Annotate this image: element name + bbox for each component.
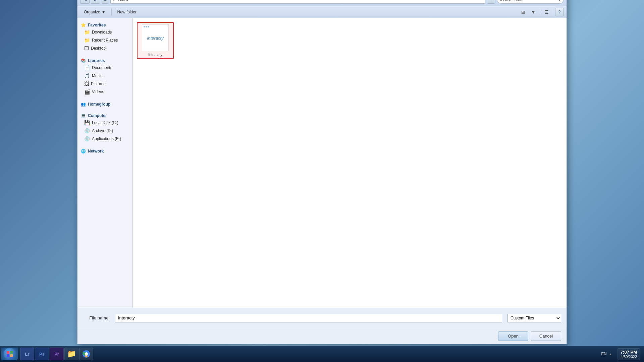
locale-indicator: EN (601, 352, 607, 356)
taskbar-app-folder[interactable]: 📁 (64, 348, 78, 360)
svg-point-6 (85, 353, 88, 355)
sidebar-item-recent-places[interactable]: 📁 Recent Places (77, 36, 132, 44)
organize-arrow: ▼ (102, 9, 106, 14)
forward-button[interactable]: ▶ (91, 0, 100, 3)
toolbar-separator (111, 8, 112, 15)
address-path[interactable]: ▶ Team (110, 0, 485, 3)
computer-section: 💻 Computer 💾 Local Disk (C:) 💿 Archive (… (77, 111, 132, 143)
help-button[interactable]: ? (555, 7, 564, 16)
file-item-interacty[interactable]: interacty Interacty (137, 22, 174, 59)
clock-date: 4/30/2022 (621, 355, 637, 359)
videos-label: Videos (92, 89, 104, 94)
open-dialog: 📂 Open ─ □ ✕ ◀ ▶ ▲ ▶ Team ↻ 🔍 Organize ▼ (77, 0, 567, 344)
homegroup-label: 👥 Homegroup (77, 100, 132, 107)
clock[interactable]: 7:07 PM 4/30/2022 (618, 348, 640, 360)
svg-rect-0 (7, 351, 9, 354)
videos-icon: 🎬 (84, 89, 90, 95)
sidebar-item-applications[interactable]: 💿 Applications (E:) (77, 135, 132, 143)
favorites-section: ⭐ Favorites 📁 Downloads 📁 Recent Places … (77, 21, 132, 52)
sidebar-item-music[interactable]: 🎵 Music (77, 72, 132, 80)
sidebar-item-desktop[interactable]: 🗔 Desktop (77, 44, 132, 52)
start-button[interactable] (1, 348, 18, 360)
music-icon: 🎵 (84, 73, 90, 78)
sidebar: ⭐ Favorites 📁 Downloads 📁 Recent Places … (77, 18, 133, 308)
sidebar-item-local-disk[interactable]: 💾 Local Disk (C:) (77, 119, 132, 127)
search-box[interactable]: 🔍 (497, 0, 564, 3)
search-icon: 🔍 (556, 0, 561, 1)
filetype-select[interactable]: Custom Files All Files (*.*) (507, 313, 561, 322)
sep3 (77, 109, 132, 111)
network-section: 🌐 Network (77, 147, 132, 154)
sidebar-item-videos[interactable]: 🎬 Videos (77, 88, 132, 96)
view-large-button[interactable]: ⊞ (519, 7, 528, 16)
toolbar-sep2 (540, 8, 540, 15)
up-button[interactable]: ▲ (102, 0, 109, 3)
homegroup-section: 👥 Homegroup (77, 100, 132, 107)
documents-icon: 📄 (84, 65, 90, 70)
downloads-label: Downloads (92, 30, 112, 35)
computer-icon: 💻 (81, 113, 86, 118)
start-orb (4, 348, 16, 360)
taskbar-app-ps[interactable]: Ps (35, 348, 49, 360)
pictures-icon: 🖼 (84, 81, 89, 86)
new-folder-label: New folder (117, 9, 137, 14)
dot1 (144, 26, 145, 27)
recent-places-icon: 📁 (84, 38, 90, 43)
dot3 (148, 26, 149, 27)
organize-button[interactable]: Organize ▼ (80, 7, 109, 16)
sep4 (77, 144, 132, 147)
computer-label: 💻 Computer (77, 111, 132, 119)
archive-icon: 💿 (84, 128, 90, 133)
desktop-label: Desktop (91, 46, 106, 51)
homegroup-icon: 👥 (81, 102, 86, 107)
filename-label: File name: (83, 315, 110, 320)
file-name-interacty: Interacty (148, 53, 162, 57)
documents-label: Documents (92, 65, 112, 70)
cancel-button[interactable]: Cancel (531, 331, 561, 341)
libraries-icon: 📚 (81, 58, 86, 63)
taskbar-app-chrome[interactable] (79, 348, 93, 360)
pictures-label: Pictures (91, 81, 105, 86)
sidebar-item-downloads[interactable]: 📁 Downloads (77, 28, 132, 36)
refresh-button[interactable]: ↻ (487, 0, 495, 3)
archive-label: Archive (D:) (92, 128, 113, 133)
libraries-section: 📚 Libraries 📄 Documents 🎵 Music 🖼 Pictur… (77, 56, 132, 96)
main-area: ⭐ Favorites 📁 Downloads 📁 Recent Places … (77, 18, 567, 308)
view-details-button[interactable]: ☰ (542, 7, 551, 16)
address-bar: ◀ ▶ ▲ ▶ Team ↻ 🔍 (77, 0, 567, 6)
music-label: Music (92, 73, 102, 78)
toolbar-sep3 (553, 8, 553, 15)
sep1 (77, 54, 132, 56)
search-input[interactable] (500, 0, 554, 1)
interacty-logo-text: interacty (147, 35, 163, 40)
recent-places-label: Recent Places (92, 38, 118, 43)
sys-tray: EN ▲ (598, 352, 615, 356)
desktop-icon: 🗔 (84, 46, 89, 51)
content-area[interactable]: interacty Interacty (133, 18, 567, 308)
open-button[interactable]: Open (498, 331, 528, 341)
toolbar-right: ⊞ ▼ ☰ ? (519, 7, 564, 16)
back-button[interactable]: ◀ (80, 0, 90, 3)
network-label: 🌐 Network (77, 147, 132, 154)
file-thumbnail-interacty: interacty (142, 24, 169, 51)
sidebar-item-archive[interactable]: 💿 Archive (D:) (77, 127, 132, 135)
filename-input[interactable] (115, 313, 502, 322)
path-current: Team (117, 0, 128, 2)
organize-label: Organize (84, 9, 100, 14)
svg-rect-2 (7, 354, 9, 357)
downloads-icon: 📁 (84, 29, 90, 35)
taskbar: Lr Ps Pr 📁 EN ▲ 7:07 PM 4/30/2022 (0, 346, 644, 362)
tray-up-arrow: ▲ (609, 352, 612, 356)
taskbar-app-lr[interactable]: Lr (20, 348, 34, 360)
new-folder-button[interactable]: New folder (114, 7, 140, 16)
applications-icon: 💿 (84, 136, 90, 141)
sidebar-item-documents[interactable]: 📄 Documents (77, 64, 132, 72)
interacty-dots (144, 26, 149, 27)
view-dropdown-button[interactable]: ▼ (529, 7, 538, 16)
toolbar: Organize ▼ New folder ⊞ ▼ ☰ ? (77, 6, 567, 18)
libraries-label: 📚 Libraries (77, 56, 132, 64)
taskbar-app-pr[interactable]: Pr (50, 348, 64, 360)
svg-rect-3 (10, 354, 13, 357)
sidebar-item-pictures[interactable]: 🖼 Pictures (77, 80, 132, 88)
taskbar-right: EN ▲ 7:07 PM 4/30/2022 (598, 348, 643, 360)
